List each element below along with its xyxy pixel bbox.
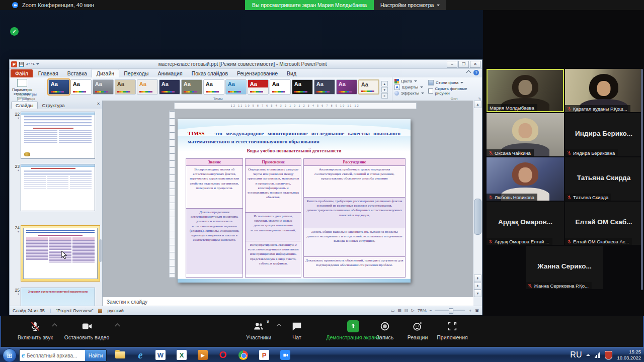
slideshow-icon[interactable]: ▷ — [412, 308, 415, 313]
theme-thumbnail-selected[interactable]: Аа — [48, 79, 69, 95]
tab-design[interactable]: Дизайн — [92, 69, 119, 77]
tab-review[interactable]: Рецензирование — [232, 69, 282, 77]
search-input[interactable]: Бесплатный архива... — [27, 353, 85, 358]
participant-tile-indira[interactable]: Индира Берико... Индира Бериковна — [565, 113, 642, 156]
help-icon[interactable]: ? — [473, 70, 479, 75]
slide-sorter-icon[interactable]: ▦ — [397, 308, 401, 313]
unmute-button[interactable]: Включить звук — [13, 320, 57, 340]
participant-tile-ardak[interactable]: Ардақ Омаров... Ардақ Омарова Елтай ... — [487, 202, 564, 245]
stop-video-button[interactable]: Остановить видео — [60, 320, 113, 340]
tab-slideshow[interactable]: Показ слайдов — [187, 69, 232, 77]
theme-thumbnail[interactable]: Аа — [358, 79, 379, 95]
tab-animations[interactable]: Анимация — [153, 69, 187, 77]
gallery-down-icon[interactable]: ▼ — [381, 87, 388, 93]
theme-thumbnail[interactable]: Аа — [181, 79, 202, 95]
tab-outline[interactable]: Структура — [38, 102, 68, 109]
taskbar-item-powerpoint[interactable]: P — [256, 348, 273, 361]
taskbar-item-zoom[interactable] — [277, 348, 294, 361]
taskbar-item-media-player[interactable]: ▶ — [194, 348, 211, 361]
participant-tile-maria[interactable]: Мария Молдыбаева — [487, 69, 564, 112]
tab-insert[interactable]: Вставка — [63, 69, 92, 77]
taskbar-search[interactable]: e Бесплатный архива... Найти — [19, 349, 107, 361]
participant-tile-karatal[interactable]: Қаратал ауданы Р.Қош... — [565, 69, 642, 112]
slide-thumbnail-25[interactable]: 25✦ 3 уровня естественнонаучной грамотно… — [11, 288, 95, 306]
background-styles-button[interactable]: Стили фона — [428, 80, 480, 85]
language-indicator[interactable]: русский — [107, 308, 123, 313]
antivirus-icon[interactable] — [605, 351, 612, 359]
current-slide[interactable]: TIMSS – это международное мониторинговое… — [178, 119, 411, 283]
theme-thumbnail[interactable]: Аа — [336, 79, 357, 95]
record-button[interactable]: Запись — [372, 320, 397, 340]
participant-tile-lyubov[interactable]: Любовь Новикова — [487, 157, 564, 201]
scrollbar-thumb[interactable] — [474, 199, 481, 235]
themes-gallery-arrows[interactable]: ▲ ▼ ≡ — [381, 81, 388, 99]
taskbar-clock[interactable]: 15:25 10.03.2022 — [617, 349, 641, 361]
vertical-scrollbar[interactable]: ▲ ⇞ ⇟ ▼ — [473, 101, 482, 297]
tab-transitions[interactable]: Переходы — [119, 69, 153, 77]
hidden-icons-arrow[interactable] — [586, 352, 590, 356]
slide-thumbnail-22[interactable]: 22✦ — [11, 112, 95, 159]
participant-tile-oksana[interactable]: Оксана Чайкина — [487, 113, 564, 156]
reactions-button[interactable]: Реакции — [404, 320, 432, 340]
taskbar-item-ie[interactable]: e — [132, 348, 149, 361]
search-button[interactable]: Найти — [85, 350, 106, 361]
zoom-slider[interactable] — [435, 310, 465, 311]
participant-tile-tatyana[interactable]: Татьяна Скирда Татьяна Скирда — [565, 157, 642, 201]
gallery-up-icon[interactable]: ▲ — [381, 81, 388, 86]
tab-file[interactable]: Файл — [11, 69, 33, 77]
theme-thumbnail[interactable]: Аа — [225, 79, 247, 95]
undo-icon[interactable]: ↶ — [26, 62, 30, 67]
participant-tile-eltay[interactable]: Елтай ОМ Скаб... Елтай ОМ Скабаева Ас... — [565, 202, 642, 245]
panel-scrollbar[interactable] — [641, 69, 643, 290]
dialog-launcher-icon[interactable]: ⇘ — [478, 97, 481, 101]
taskbar-item-explorer[interactable] — [112, 348, 129, 361]
next-slide-icon[interactable]: ⇟ — [474, 282, 481, 290]
tab-home[interactable]: Главная — [34, 69, 63, 77]
zoom-in-icon[interactable]: ＋ — [468, 308, 472, 313]
taskbar-item-excel[interactable]: X — [173, 348, 190, 361]
participant-tile-zhanna[interactable]: Жанна Серико... Жанна Сериковна Р.Қо... — [526, 246, 603, 289]
theme-thumbnail[interactable]: Аа — [314, 79, 335, 95]
theme-thumbnail[interactable]: Аа — [203, 79, 224, 95]
hide-background-checkbox[interactable]: Скрыть фоновые рисунки — [428, 86, 480, 96]
participants-button[interactable]: 9 Участники — [236, 320, 281, 340]
minimize-button[interactable]: – — [447, 61, 457, 68]
theme-colors-button[interactable]: Цвета — [394, 79, 424, 83]
theme-thumbnail[interactable]: Аа — [270, 79, 291, 95]
theme-thumbnail[interactable]: Аа — [137, 79, 158, 95]
close-button[interactable]: ✕ — [470, 61, 480, 68]
restore-button[interactable]: ❐ — [458, 61, 469, 68]
reading-view-icon[interactable]: ▤ — [405, 308, 409, 313]
taskbar-item-word[interactable]: W — [152, 348, 169, 361]
language-indicator[interactable]: RU — [570, 350, 582, 359]
network-icon[interactable] — [595, 352, 600, 358]
theme-fonts-button[interactable]: A Шрифты — [394, 84, 424, 90]
redo-icon[interactable]: ↷ — [31, 62, 35, 67]
fit-to-window-icon[interactable]: ▣ — [475, 308, 479, 313]
tab-view[interactable]: Вид — [282, 69, 301, 77]
theme-thumbnail[interactable]: Аа — [248, 79, 269, 95]
scroll-down-icon[interactable]: ▼ — [474, 290, 481, 297]
theme-thumbnail[interactable]: Аа — [70, 79, 92, 95]
view-settings-button[interactable]: Настройки просмотра — [374, 0, 446, 10]
start-button[interactable]: ⊞ — [3, 348, 17, 362]
normal-view-icon[interactable]: ▭ — [391, 308, 395, 313]
taskbar-item-opera[interactable]: O — [214, 348, 231, 361]
chat-button[interactable]: Чат — [286, 320, 308, 340]
pane-scrollbar[interactable] — [99, 239, 102, 262]
tab-slides[interactable]: Слайды — [11, 102, 38, 109]
save-icon[interactable]: 💾 — [19, 62, 24, 67]
notes-pane[interactable]: Заметки к слайду — [103, 297, 473, 306]
theme-thumbnail[interactable]: Аа — [159, 79, 180, 95]
apps-button[interactable]: Приложения — [435, 320, 470, 340]
theme-thumbnail[interactable]: Аа — [93, 79, 114, 95]
theme-effects-button[interactable]: Эффекты — [394, 91, 424, 96]
slide-thumbnail-23[interactable]: 23✦ — [11, 164, 95, 211]
minimize-ribbon-icon[interactable] — [466, 70, 471, 75]
previous-slide-icon[interactable]: ⇞ — [474, 275, 481, 282]
zoom-out-icon[interactable]: − — [430, 308, 432, 313]
pane-close-icon[interactable]: ✕ — [97, 102, 100, 106]
slide-thumbnail-24-selected[interactable]: 24✦ — [11, 225, 100, 282]
taskbar-item-chrome[interactable] — [234, 348, 252, 361]
scroll-up-icon[interactable]: ▲ — [474, 101, 481, 108]
